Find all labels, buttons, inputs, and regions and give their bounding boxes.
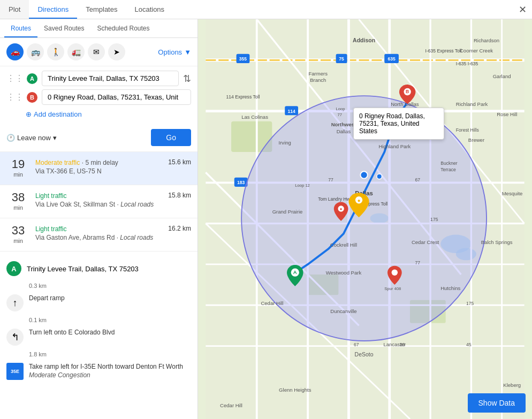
go-button[interactable]: Go [151, 129, 191, 146]
tab-directions[interactable]: Directions [29, 0, 77, 19]
turn-icon-1: ↰ [6, 329, 24, 346]
drag-handle-a[interactable]: ⋮⋮ [6, 73, 24, 83]
start-circle: A [6, 261, 21, 276]
svg-text:Hutchins: Hutchins [440, 285, 460, 291]
options-button[interactable]: Options ▼ [158, 48, 191, 56]
svg-text:Richardson: Richardson [474, 37, 499, 43]
svg-text:Addison: Addison [353, 37, 375, 43]
svg-text:Rose Hill: Rose Hill [497, 111, 517, 117]
tab-templates[interactable]: Templates [77, 0, 126, 19]
route-option-2[interactable]: 33 min Light traffic Via Gaston Ave, Abr… [0, 218, 197, 252]
svg-text:Duncanville: Duncanville [330, 308, 356, 314]
svg-text:77: 77 [337, 112, 341, 117]
svg-text:A: A [293, 269, 297, 275]
svg-text:Loop 12: Loop 12 [295, 183, 310, 188]
origin-input[interactable] [42, 71, 179, 86]
main-layout: Routes Saved Routes Scheduled Routes 🚗 🚌… [0, 19, 532, 419]
close-button[interactable]: ✕ [513, 0, 532, 19]
clock-icon: 🕐 [6, 134, 15, 142]
destination-input[interactable] [42, 89, 191, 105]
start-point: A Trinity Levee Trail, Dallas, TX 75203 [0, 256, 197, 281]
svg-text:Mesquite: Mesquite [502, 191, 523, 196]
turn-icon-0: ↑ [6, 294, 24, 311]
svg-text:Westwood Park: Westwood Park [326, 270, 362, 276]
svg-text:Loop: Loop [336, 106, 345, 111]
swap-button[interactable]: ⇅ [183, 73, 191, 85]
turn-item-1: ↰ Turn left onto E Colorado Blvd [0, 324, 197, 350]
transport-bar: 🚗 🚌 🚶 🚛 ✉ ➤ Options ▼ [0, 38, 197, 66]
svg-text:114 Express Toll: 114 Express Toll [226, 94, 260, 100]
transport-car[interactable]: 🚗 [6, 43, 24, 60]
svg-text:Cockrell Hill: Cockrell Hill [330, 242, 357, 248]
svg-text:183: 183 [237, 180, 245, 185]
route-details-2: Light traffic Via Gaston Ave, Abrams Rd … [35, 225, 168, 241]
svg-text:Forest Hills: Forest Hills [456, 127, 479, 133]
route-option-0[interactable]: 19 min Moderate traffic · 5 min delay Vi… [0, 152, 197, 185]
svg-text:67: 67 [415, 177, 420, 182]
add-destination-button[interactable]: ⊕ Add destination [6, 108, 191, 123]
svg-text:Highland Park: Highland Park [378, 143, 411, 149]
svg-text:45: 45 [466, 342, 472, 347]
svg-text:I-635 I-635: I-635 I-635 [456, 61, 478, 66]
svg-text:355: 355 [239, 56, 247, 62]
svg-text:Branch: Branch [310, 77, 326, 83]
transport-walk[interactable]: 🚶 [47, 43, 64, 60]
tab-locations[interactable]: Locations [126, 0, 173, 19]
svg-text:77: 77 [415, 260, 420, 265]
plus-icon: ⊕ [26, 110, 32, 118]
subtab-scheduled-routes[interactable]: Scheduled Routes [90, 19, 156, 37]
inputs-section: ⋮⋮ A ⇅ ⋮⋮ B ⊕ Add destination [0, 66, 197, 127]
subtab-saved-routes[interactable]: Saved Routes [37, 19, 90, 37]
sub-tabs: Routes Saved Routes Scheduled Routes [0, 19, 197, 38]
route-time-1: 38 min [6, 192, 30, 211]
show-data-button[interactable]: Show Data [468, 393, 526, 413]
transport-envelope[interactable]: ✉ [88, 43, 105, 60]
svg-text:114: 114 [287, 109, 295, 114]
waypoint-a: A [27, 73, 37, 84]
transport-bus[interactable]: 🚌 [27, 43, 44, 60]
turn-item-2: 35E Take ramp left for I-35E North towar… [0, 359, 197, 384]
distance-0: 0.3 km [0, 281, 197, 290]
svg-text:Dallas: Dallas [337, 128, 351, 134]
svg-text:Richland Park: Richland Park [456, 101, 488, 107]
svg-text:Cedar Hill: Cedar Hill [261, 300, 283, 306]
chevron-down-icon: ▼ [184, 48, 191, 56]
svg-point-93 [377, 174, 382, 179]
waypoint-b: B [27, 92, 37, 103]
svg-text:Irving: Irving [279, 140, 291, 146]
turn-section: A Trinity Levee Trail, Dallas, TX 75203 … [0, 252, 197, 388]
leave-now-button[interactable]: 🕐 Leave now ▾ [6, 134, 57, 142]
route-option-1[interactable]: 38 min Light traffic Via Live Oak St, Sk… [0, 185, 197, 218]
svg-text:Grand Prairie: Grand Prairie [272, 209, 303, 215]
svg-text:Buckner: Buckner [440, 161, 458, 166]
transport-truck[interactable]: 🚛 [67, 43, 85, 60]
distance-1: 0.1 km [0, 316, 197, 324]
svg-text:Kleberg: Kleberg [503, 382, 521, 388]
svg-text:75: 75 [339, 56, 344, 62]
svg-text:Coomer Creek: Coomer Creek [460, 48, 493, 54]
departure-row: 🕐 Leave now ▾ Go [0, 127, 197, 152]
svg-text:B: B [406, 89, 409, 94]
svg-text:Terrace: Terrace [440, 167, 456, 172]
map-svg: 355 114 75 635 183 Addison Richardson Ga… [198, 19, 532, 419]
origin-row: ⋮⋮ A ⇅ [6, 71, 191, 86]
svg-text:DeSoto: DeSoto [355, 352, 374, 357]
drag-handle-b[interactable]: ⋮⋮ [6, 92, 24, 102]
top-nav: Plot Directions Templates Locations ✕ [0, 0, 532, 19]
svg-text:175: 175 [430, 217, 438, 222]
svg-text:Glenn Heights: Glenn Heights [279, 387, 311, 393]
svg-text:Balch Springs: Balch Springs [481, 239, 513, 245]
turn-icon-highway: 35E [6, 363, 24, 380]
tab-plot[interactable]: Plot [0, 0, 29, 19]
svg-point-105 [355, 206, 363, 210]
svg-text:20: 20 [400, 342, 405, 347]
map-area[interactable]: 355 114 75 635 183 Addison Richardson Ga… [198, 19, 532, 419]
svg-text:Cedar Crest: Cedar Crest [412, 239, 439, 245]
svg-text:Northwest: Northwest [331, 121, 356, 127]
svg-text:175: 175 [466, 301, 474, 306]
panel-scroll: 🚗 🚌 🚶 🚛 ✉ ➤ Options ▼ ⋮⋮ A ⇅ [0, 38, 197, 419]
transport-navigate[interactable]: ➤ [108, 43, 125, 60]
svg-text:●: ● [340, 207, 343, 211]
subtab-routes[interactable]: Routes [4, 19, 37, 37]
svg-text:Las Colinas: Las Colinas [241, 114, 268, 120]
